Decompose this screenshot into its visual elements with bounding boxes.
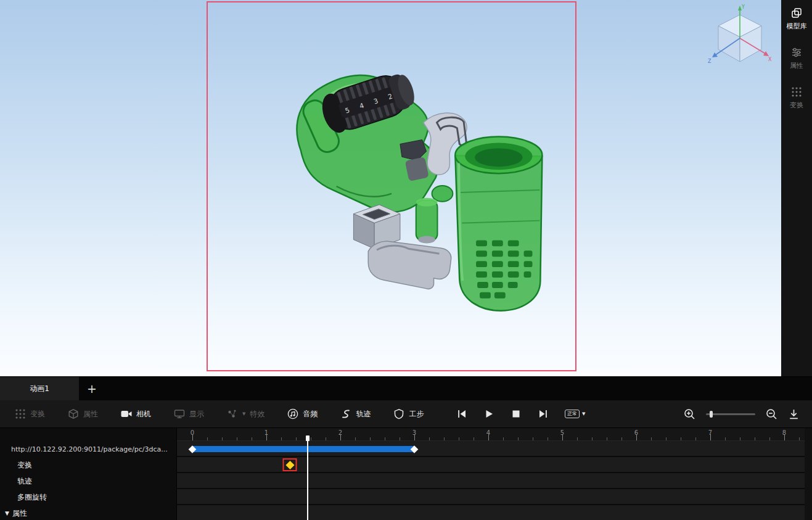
axis-z-label: Z xyxy=(708,59,712,64)
track-row-multi-rotation[interactable] xyxy=(177,489,805,505)
timeline-right-gutter xyxy=(805,428,812,520)
timeline-panel: 动画1 + 变换 属性 相机 显示 xyxy=(0,376,812,520)
track-row-properties-group[interactable] xyxy=(177,505,805,520)
chevron-down-icon: ▼ xyxy=(582,412,585,416)
sidebar-item-label: 模型库 xyxy=(787,22,807,31)
tab-animation-1[interactable]: 动画1 xyxy=(0,377,79,400)
drill-model[interactable]: 5 4 3 2 1 xyxy=(208,2,575,370)
model-url-text: http://10.122.92.200:9011/package/pc/3dc… xyxy=(11,445,168,453)
axis-y-label: Y xyxy=(741,4,745,10)
axis-x-label: X xyxy=(768,57,772,62)
animation-tab-bar: 动画1 + xyxy=(0,377,812,400)
magnifier-plus-icon xyxy=(684,408,695,420)
download-icon xyxy=(788,408,800,420)
tool-trajectory[interactable]: 轨迹 xyxy=(340,408,371,419)
grid-dots-icon xyxy=(791,86,802,97)
chevron-down-icon: ▼ xyxy=(242,412,245,416)
timeline-toolbar: 变换 属性 相机 显示 ▼ 特效 xyxy=(0,400,812,428)
tool-group: 变换 属性 相机 显示 ▼ 特效 xyxy=(15,408,446,419)
skip-forward-icon xyxy=(538,408,549,419)
track-row-model[interactable] xyxy=(177,441,805,457)
tool-label: 轨迹 xyxy=(356,409,371,419)
track-label-model-url[interactable]: http://10.122.92.200:9011/package/pc/3dc… xyxy=(0,441,176,457)
view-cube-gizmo[interactable]: Y X Z xyxy=(706,2,774,72)
slider-handle[interactable] xyxy=(710,411,713,418)
ruler-spacer xyxy=(0,428,176,441)
timeline-zoom-controls xyxy=(684,400,800,427)
tab-label: 动画1 xyxy=(30,384,49,394)
playback-speed-dropdown[interactable]: 正常 ▼ xyxy=(565,410,585,418)
tool-label: 显示 xyxy=(189,409,204,419)
shield-icon xyxy=(393,408,404,419)
stop-icon xyxy=(511,408,522,419)
expand-caret-icon[interactable]: ▼ xyxy=(5,510,9,516)
tool-effects[interactable]: ▼ 特效 xyxy=(227,408,265,419)
selection-frame: 5 4 3 2 1 xyxy=(207,1,576,371)
skip-forward-button[interactable] xyxy=(538,408,549,419)
play-icon xyxy=(483,408,494,419)
timeline-area: http://10.122.92.200:9011/package/pc/3dc… xyxy=(0,428,812,520)
playback-controls: 正常 ▼ xyxy=(456,400,585,427)
keyframe-diamond[interactable] xyxy=(285,460,294,469)
track-label-properties-group[interactable]: ▼ 属性 xyxy=(0,505,176,520)
library-icon xyxy=(791,7,802,19)
tool-label: 相机 xyxy=(136,409,151,419)
app-window: 5 4 3 2 1 xyxy=(0,0,812,520)
sidebar-item-label: 变换 xyxy=(790,101,803,110)
camera-icon xyxy=(121,408,132,419)
main-area: 5 4 3 2 1 xyxy=(0,0,812,376)
export-button[interactable] xyxy=(788,408,800,420)
track-label-multi-rotation[interactable]: 多圈旋转 xyxy=(0,489,176,505)
right-sidebar: 模型库 属性 变换 xyxy=(781,0,812,376)
playhead[interactable] xyxy=(307,435,308,520)
track-label-transform[interactable]: 变换 xyxy=(0,457,176,473)
track-labels-column: http://10.122.92.200:9011/package/pc/3dc… xyxy=(0,428,177,520)
stop-button[interactable] xyxy=(511,408,522,419)
monitor-icon xyxy=(174,408,185,419)
clip-bar[interactable] xyxy=(192,446,414,452)
tool-transform[interactable]: 变换 xyxy=(15,408,45,419)
tool-label: 变换 xyxy=(30,409,45,419)
tool-label: 特效 xyxy=(250,409,265,419)
track-row-trajectory[interactable] xyxy=(177,473,805,489)
sidebar-item-transform[interactable]: 变换 xyxy=(781,86,812,110)
play-button[interactable] xyxy=(483,408,494,419)
speed-value: 正常 xyxy=(565,410,580,418)
skip-back-button[interactable] xyxy=(456,408,467,419)
curve-icon xyxy=(340,408,351,419)
tool-label: 音频 xyxy=(303,409,318,419)
keyframe-selected-box[interactable] xyxy=(283,458,297,471)
tool-camera[interactable]: 相机 xyxy=(121,408,151,419)
viewport-3d[interactable]: 5 4 3 2 1 xyxy=(0,0,781,376)
tool-properties[interactable]: 属性 xyxy=(68,408,98,419)
track-content-area[interactable]: 0 1 2 3 4 5 6 7 8 xyxy=(177,428,805,520)
track-label-trajectory[interactable]: 轨迹 xyxy=(0,473,176,489)
zoom-out-button[interactable] xyxy=(766,408,777,420)
audio-icon xyxy=(287,408,298,419)
sidebar-item-properties[interactable]: 属性 xyxy=(781,47,812,70)
sparkles-icon xyxy=(227,408,238,419)
cube-icon xyxy=(68,408,79,419)
skip-back-icon xyxy=(456,408,467,419)
tool-label: 工步 xyxy=(409,409,424,419)
grid-dots-icon xyxy=(15,408,26,419)
tool-label: 属性 xyxy=(83,409,98,419)
zoom-in-button[interactable] xyxy=(684,408,695,420)
magnifier-minus-icon xyxy=(766,408,777,420)
ruler-ticks xyxy=(192,434,805,440)
tool-display[interactable]: 显示 xyxy=(174,408,204,419)
timeline-zoom-slider[interactable] xyxy=(706,413,755,415)
sidebar-item-label: 属性 xyxy=(790,61,803,70)
track-row-transform[interactable] xyxy=(177,457,805,473)
tool-workstep[interactable]: 工步 xyxy=(393,408,424,419)
sliders-icon xyxy=(791,47,802,58)
tool-audio[interactable]: 音频 xyxy=(287,408,318,419)
sidebar-item-model-library[interactable]: 模型库 xyxy=(781,7,812,31)
add-animation-button[interactable]: + xyxy=(79,377,105,400)
timeline-ruler[interactable]: 0 1 2 3 4 5 6 7 8 xyxy=(177,428,805,441)
